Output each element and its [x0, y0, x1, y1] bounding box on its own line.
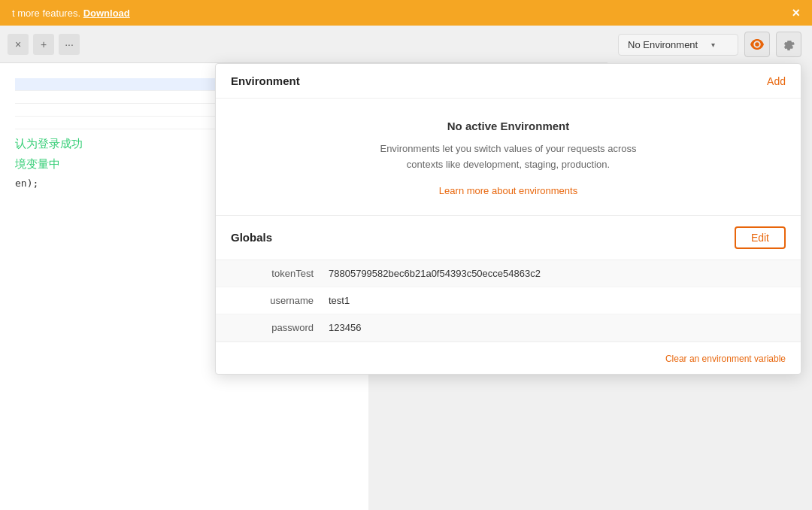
env-panel-title: Environment [231, 74, 300, 87]
env-panel-header: Environment Add [216, 64, 801, 99]
var-key-3: password [231, 322, 329, 333]
gear-icon-button[interactable] [776, 32, 801, 57]
globals-title: Globals [231, 231, 272, 244]
var-value-2: test1 [329, 295, 350, 306]
environment-panel: Environment Add No active Environment En… [215, 63, 801, 375]
var-value-3: 123456 [329, 322, 361, 333]
top-bar: t more features. Download × [0, 0, 812, 26]
table-row: username test1 [216, 287, 801, 314]
close-tab-button[interactable]: × [8, 34, 29, 55]
var-value-1: 78805799582bec6b21a0f54393c50ecce54863c2 [329, 268, 541, 279]
top-bar-message: t more features. Download [12, 8, 130, 19]
globals-header: Globals Edit [216, 216, 801, 260]
learn-more-link[interactable]: Learn more about environments [439, 185, 577, 196]
table-row: tokenTest 78805799582bec6b21a0f54393c50e… [216, 260, 801, 287]
eye-icon-button[interactable] [744, 32, 770, 57]
add-environment-button[interactable]: Add [767, 75, 786, 87]
add-tab-button[interactable]: + [33, 34, 54, 55]
table-row: password 123456 [216, 314, 801, 342]
close-icon[interactable]: × [792, 5, 800, 21]
clear-env-variable-link[interactable]: Clear an environment variable [665, 354, 786, 364]
no-active-desc: Environments let you switch values of yo… [231, 141, 786, 173]
no-active-title: No active Environment [231, 120, 786, 132]
env-bar: No Environment ▾ [607, 26, 812, 63]
var-key-1: tokenTest [231, 268, 329, 279]
env-bottom-row: Clear an environment variable [216, 342, 801, 374]
chevron-down-icon: ▾ [711, 41, 715, 49]
env-variables-table: tokenTest 78805799582bec6b21a0f54393c50e… [216, 260, 801, 342]
more-options-button[interactable]: ··· [59, 34, 80, 55]
no-active-env-section: No active Environment Environments let y… [216, 99, 801, 216]
download-link[interactable]: Download [83, 8, 130, 19]
environment-dropdown[interactable]: No Environment ▾ [618, 34, 738, 56]
env-dropdown-label: No Environment [628, 39, 698, 50]
edit-globals-button[interactable]: Edit [735, 226, 786, 249]
var-key-2: username [231, 295, 329, 306]
top-bar-text: t more features. [12, 8, 80, 19]
